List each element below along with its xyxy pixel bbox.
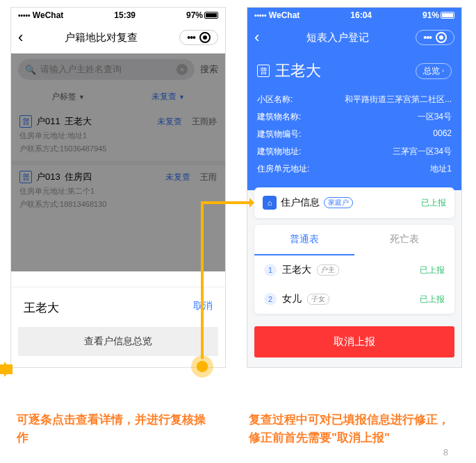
member-role: 子女	[307, 294, 329, 305]
miniapp-menu[interactable]	[416, 30, 454, 45]
members-card: 普通表 死亡表 1 王老大 户主 已上报 2 女儿 子女 已上报	[254, 225, 454, 314]
card-title: 住户信息	[281, 196, 320, 209]
household-type-tag: 家庭户	[324, 197, 353, 208]
signal-icon	[18, 10, 31, 20]
home-icon: ⌂	[263, 196, 277, 210]
page-number: 8	[443, 447, 448, 457]
member-name: 王老大	[282, 264, 311, 276]
member-index: 2	[264, 293, 277, 305]
carrier-label: WeChat	[33, 10, 63, 20]
carrier-label: WeChat	[269, 10, 299, 20]
tab-row: 普通表 死亡表	[254, 225, 454, 255]
member-name: 女儿	[282, 293, 302, 305]
header-info: 普 王老大 总览› 小区名称:和平路街道三茅宫第二社区... 建筑物名称:一区3…	[247, 52, 461, 190]
caption-right: 复查过程中可对已填报信息进行修正，修正前首先需要"取消上报"	[249, 411, 457, 446]
more-icon	[423, 32, 432, 43]
cancel-report-button[interactable]: 取消上报	[254, 326, 454, 357]
pu-badge: 普	[257, 65, 270, 77]
connector-line	[201, 203, 204, 359]
member-row[interactable]: 1 王老大 户主 已上报	[254, 255, 454, 285]
household-info-card[interactable]: ⌂ 住户信息 家庭户 已上报	[254, 187, 454, 218]
tab-normal[interactable]: 普通表	[254, 225, 354, 255]
battery-icon	[441, 12, 454, 19]
arrow-annotation	[0, 364, 13, 374]
sheet-title: 王老大	[24, 300, 59, 316]
battery-icon	[204, 12, 218, 19]
member-role: 户主	[317, 264, 339, 276]
tab-death[interactable]: 死亡表	[354, 225, 454, 255]
member-row[interactable]: 2 女儿 子女 已上报	[254, 285, 454, 314]
signal-icon	[254, 10, 267, 20]
miniapp-menu[interactable]	[179, 30, 218, 45]
phone-left: WeChat 15:39 97% 户籍地比对复查 🔍 请输入户主姓名查询 × 搜…	[10, 7, 226, 368]
field-building-name: 建筑物名称:一区34号	[257, 108, 452, 126]
connector-arrow	[201, 201, 252, 204]
battery-pct: 97%	[186, 10, 203, 20]
action-sheet: 王老大 取消 查看户信息总览	[11, 287, 225, 367]
view-overview-button[interactable]: 查看户信息总览	[18, 327, 218, 356]
household-name: 王老大	[275, 60, 321, 81]
close-icon	[199, 32, 211, 43]
report-status: 已上报	[421, 197, 446, 209]
member-status: 已上报	[420, 264, 445, 276]
status-time: 15:39	[114, 10, 136, 20]
close-icon	[436, 32, 447, 43]
field-community: 小区名称:和平路街道三茅宫第二社区...	[257, 91, 452, 108]
caption-left: 可逐条点击查看详情，并进行复核操作	[17, 411, 211, 446]
field-building-addr: 建筑物地址:三茅宫一区34号	[257, 143, 452, 160]
page-title: 户籍地比对复查	[23, 31, 179, 44]
field-unit-addr: 住房单元地址:地址1	[257, 160, 452, 178]
battery-pct: 91%	[422, 10, 439, 20]
member-status: 已上报	[420, 294, 445, 305]
back-icon[interactable]	[254, 28, 259, 47]
member-index: 1	[264, 264, 277, 276]
status-bar: WeChat 15:39 97%	[11, 8, 225, 23]
field-building-code: 建筑物编号:0062	[257, 126, 452, 143]
nav-bar: 短表入户登记	[247, 23, 461, 52]
status-time: 16:04	[350, 10, 372, 20]
phone-right: WeChat 16:04 91% 短表入户登记 普 王老大 总览› 小区名称:和…	[247, 7, 462, 368]
modal-backdrop[interactable]	[11, 53, 225, 271]
nav-bar: 户籍地比对复查	[11, 23, 225, 52]
more-icon	[187, 32, 195, 43]
back-icon[interactable]	[18, 28, 23, 47]
status-bar: WeChat 16:04 91%	[247, 8, 461, 23]
page-title: 短表入户登记	[259, 31, 416, 44]
overview-button[interactable]: 总览›	[416, 63, 452, 79]
